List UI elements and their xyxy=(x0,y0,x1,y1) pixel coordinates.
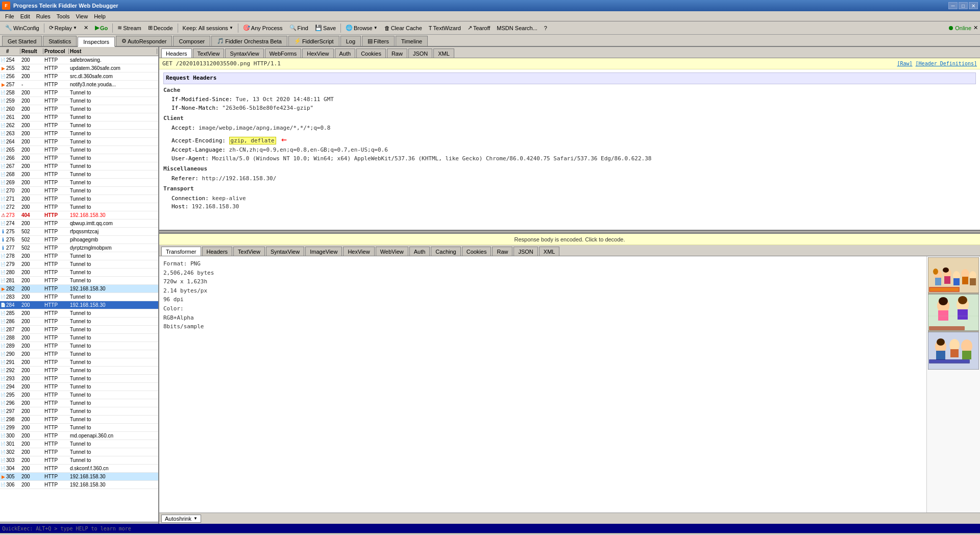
tab-fiddler-orchestra[interactable]: 🎵 Fiddler Orchestra Beta xyxy=(211,36,287,46)
session-row[interactable]: 📄 296 200 HTTP Tunnel to xyxy=(0,399,158,407)
session-row[interactable]: 📄 266 200 HTTP Tunnel to xyxy=(0,154,158,162)
close-button[interactable]: ✕ xyxy=(969,2,978,9)
session-row[interactable]: 📄 264 200 HTTP Tunnel to xyxy=(0,138,158,146)
menu-tools[interactable]: Tools xyxy=(54,12,73,20)
no-action-button[interactable]: ✕ xyxy=(81,23,91,33)
session-row[interactable]: 📄 261 200 HTTP Tunnel to xyxy=(0,113,158,121)
session-row[interactable]: 📄 263 200 HTTP Tunnel to xyxy=(0,130,158,138)
session-row[interactable]: 📄 290 200 HTTP Tunnel to xyxy=(0,350,158,358)
session-row[interactable]: ⚠ 273 404 HTTP 192.168.158.30 xyxy=(0,211,158,220)
session-row[interactable]: 📄 297 200 HTTP Tunnel to xyxy=(0,407,158,416)
session-row[interactable]: ▶ 282 200 HTTP 192.168.158.30 xyxy=(0,285,158,293)
resp-tab-textview[interactable]: TextView xyxy=(233,247,265,256)
menu-file[interactable]: File xyxy=(2,12,17,20)
session-row[interactable]: 📄 294 200 HTTP Tunnel to xyxy=(0,383,158,391)
req-tab-xml[interactable]: XML xyxy=(433,48,454,58)
autoshrink-button[interactable]: Autoshrink ▼ xyxy=(161,515,201,523)
session-row[interactable]: 📄 292 200 HTTP Tunnel to xyxy=(0,367,158,375)
resp-tab-headers[interactable]: Headers xyxy=(202,247,233,256)
resp-tab-cookies[interactable]: Cookies xyxy=(462,247,492,256)
resp-tab-json[interactable]: JSON xyxy=(513,247,537,256)
session-row[interactable]: 📄 284 200 HTTP 192.168.158.30 xyxy=(0,301,158,309)
session-row[interactable]: 📄 254 200 HTTP safebrowsing. xyxy=(0,56,158,64)
menu-rules[interactable]: Rules xyxy=(33,12,54,20)
minimize-button[interactable]: ─ xyxy=(948,2,958,9)
session-row[interactable]: 📄 293 200 HTTP Tunnel to xyxy=(0,375,158,383)
resp-tab-auth[interactable]: Auth xyxy=(409,247,430,256)
winconfig-button[interactable]: 🔧 WinConfig xyxy=(2,23,42,33)
req-tab-webforms[interactable]: WebForms xyxy=(265,48,302,58)
msdn-search-button[interactable]: MSDN Search... xyxy=(494,23,540,33)
session-row[interactable]: 📄 286 200 HTTP Tunnel to xyxy=(0,318,158,326)
tab-timeline[interactable]: Timeline xyxy=(396,36,428,46)
find-button[interactable]: 🔍 Find xyxy=(286,23,311,33)
req-tab-json[interactable]: JSON xyxy=(408,48,432,58)
tab-autoresponder[interactable]: ⚙ AutoResponder xyxy=(116,36,172,46)
tab-inspectors[interactable]: Inspectors xyxy=(78,37,115,47)
stream-button[interactable]: ≋ Stream xyxy=(114,23,144,33)
resp-tab-transformer[interactable]: Transformer xyxy=(161,247,201,256)
clear-cache-button[interactable]: 🗑 Clear Cache xyxy=(381,23,425,33)
resp-tab-xml[interactable]: XML xyxy=(539,247,560,256)
session-row[interactable]: 📄 283 200 HTTP Tunnel to xyxy=(0,293,158,301)
quickexec-bar[interactable] xyxy=(0,524,980,533)
raw-link[interactable]: [Raw] xyxy=(897,61,912,66)
any-process-button[interactable]: 🎯 Any Process xyxy=(240,23,286,33)
response-encoded-bar[interactable]: Response body is encoded. Click to decod… xyxy=(159,234,980,245)
session-row[interactable]: 📄 302 200 HTTP Tunnel to xyxy=(0,448,158,456)
session-row[interactable]: 📄 262 200 HTTP Tunnel to xyxy=(0,121,158,130)
session-row[interactable]: 📄 306 200 HTTP 192.168.158.30 xyxy=(0,481,158,489)
session-row[interactable]: 📄 291 200 HTTP Tunnel to xyxy=(0,358,158,367)
session-row[interactable]: 📄 278 200 HTTP Tunnel to xyxy=(0,252,158,260)
session-row[interactable]: 📄 256 200 HTTP src.dl.360safe.com xyxy=(0,72,158,81)
horizontal-scrollbar[interactable] xyxy=(0,522,158,524)
keep-sessions-button[interactable]: Keep: All sessions ▼ xyxy=(180,23,236,33)
menu-view[interactable]: View xyxy=(73,12,91,20)
session-row[interactable]: 📄 298 200 HTTP Tunnel to xyxy=(0,416,158,424)
tab-get-started[interactable]: Get Started xyxy=(2,36,42,46)
resp-tab-webview[interactable]: WebView xyxy=(376,247,408,256)
session-row[interactable]: 📄 295 200 HTTP Tunnel to xyxy=(0,391,158,399)
tab-fiddlerscript[interactable]: ⚡ FiddlerScript xyxy=(288,36,339,46)
session-row[interactable]: ▶ 305 200 HTTP 192.168.158.30 xyxy=(0,473,158,481)
session-row[interactable]: ℹ 276 502 HTTP pihoagegmb xyxy=(0,236,158,244)
session-row[interactable]: 📄 280 200 HTTP Tunnel to xyxy=(0,269,158,277)
tearoff-button[interactable]: ↗ Tearoff xyxy=(464,23,493,33)
session-row[interactable]: 📄 303 200 HTTP Tunnel to xyxy=(0,456,158,465)
session-row[interactable]: 📄 301 200 HTTP Tunnel to xyxy=(0,440,158,448)
close-online-button[interactable]: ✕ xyxy=(973,25,978,31)
session-row[interactable]: 📄 267 200 HTTP Tunnel to xyxy=(0,162,158,171)
session-row[interactable]: 📄 285 200 HTTP Tunnel to xyxy=(0,309,158,318)
session-row[interactable]: 📄 281 200 HTTP Tunnel to xyxy=(0,277,158,285)
session-row[interactable]: ℹ 277 502 HTTP dyrptzmglmobpxm xyxy=(0,244,158,252)
header-definitions-link[interactable]: [Header Definitions] xyxy=(916,61,977,66)
session-row[interactable]: 📄 299 200 HTTP Tunnel to xyxy=(0,424,158,432)
session-row[interactable]: 📄 287 200 HTTP Tunnel to xyxy=(0,326,158,334)
req-tab-textview[interactable]: TextView xyxy=(193,48,225,58)
session-row[interactable]: 📄 274 200 HTTP qbwup.imtt.qq.com xyxy=(0,220,158,228)
go-button[interactable]: ▶ Go xyxy=(92,23,111,33)
resp-tab-raw[interactable]: Raw xyxy=(492,247,512,256)
session-row[interactable]: 📄 265 200 HTTP Tunnel to xyxy=(0,146,158,154)
session-row[interactable]: 📄 259 200 HTTP Tunnel to xyxy=(0,97,158,105)
tab-statistics[interactable]: Statistics xyxy=(43,36,77,46)
session-row[interactable]: 📄 269 200 HTTP Tunnel to xyxy=(0,179,158,187)
session-row[interactable]: ℹ 275 502 HTTP rfpqssmtzcaj xyxy=(0,228,158,236)
resp-tab-hexview[interactable]: HexView xyxy=(343,247,374,256)
resp-tab-syntaxview[interactable]: SyntaxView xyxy=(266,247,304,256)
session-row[interactable]: 📄 260 200 HTTP Tunnel to xyxy=(0,105,158,113)
help-button[interactable]: ? xyxy=(541,23,550,33)
req-tab-headers[interactable]: Headers xyxy=(161,48,192,58)
save-button[interactable]: 💾 Save xyxy=(312,23,339,33)
maximize-button[interactable]: □ xyxy=(959,2,968,9)
req-tab-raw[interactable]: Raw xyxy=(387,48,407,58)
tab-composer[interactable]: Composer xyxy=(173,36,210,46)
resp-tab-imageview[interactable]: ImageView xyxy=(305,247,342,256)
text-wizard-button[interactable]: T TextWizard xyxy=(426,23,464,33)
req-tab-syntaxview[interactable]: SyntaxView xyxy=(225,48,263,58)
session-row[interactable]: 📄 289 200 HTTP Tunnel to xyxy=(0,342,158,350)
session-row[interactable]: ▶ 257 - HTTP notify3.note.youda... xyxy=(0,81,158,89)
session-row[interactable]: 📄 271 200 HTTP Tunnel to xyxy=(0,195,158,203)
menu-help[interactable]: Help xyxy=(91,12,109,20)
session-row[interactable]: 📄 268 200 HTTP Tunnel to xyxy=(0,171,158,179)
